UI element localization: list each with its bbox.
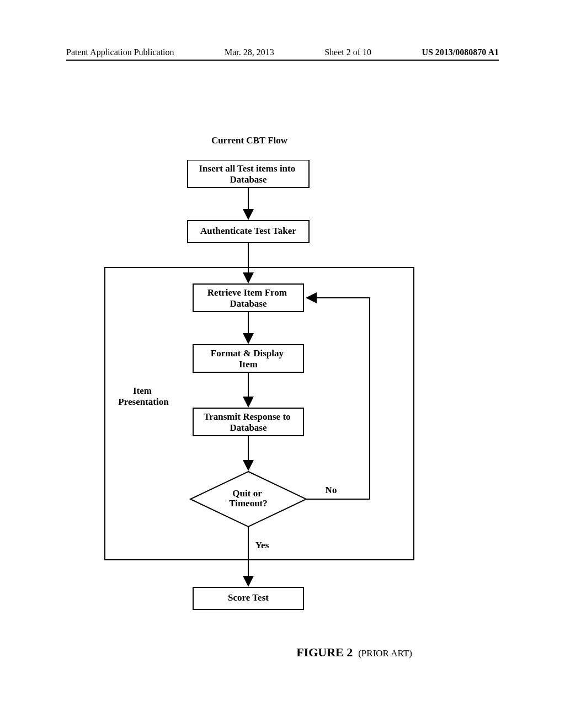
figure-caption: FIGURE 2 (PRIOR ART) xyxy=(0,645,565,660)
box-auth-label: Authenticate Test Taker xyxy=(200,226,296,236)
box-format-label: Format & Display Item xyxy=(211,348,286,370)
pub-date: Mar. 28, 2013 xyxy=(225,47,274,57)
edge-yes-label: Yes xyxy=(255,540,269,550)
box-retrieve-label: Retrieve Item From Database xyxy=(207,287,289,309)
sheet-number: Sheet 2 of 10 xyxy=(324,47,371,57)
pub-title: Patent Application Publication xyxy=(66,47,174,57)
loop-label: Item Presentation xyxy=(118,386,169,407)
box-score-label: Score Test xyxy=(228,592,269,603)
box-insert-label: Insert all Test items into Database xyxy=(199,163,298,185)
figure-annotation: (PRIOR ART) xyxy=(358,648,412,659)
diagram-title: Current CBT Flow xyxy=(0,135,499,146)
figure-number: FIGURE 2 xyxy=(296,645,353,659)
flowchart-svg: Item Presentation Insert all Test items … xyxy=(0,160,565,642)
patent-number: US 2013/0080870 A1 xyxy=(422,47,499,57)
edge-no-label: No xyxy=(326,485,337,495)
page-header: Patent Application Publication Mar. 28, … xyxy=(66,47,499,61)
box-transmit-label: Transmit Response to Database xyxy=(204,411,293,433)
decision-label: Quit or Timeout? xyxy=(229,488,268,508)
